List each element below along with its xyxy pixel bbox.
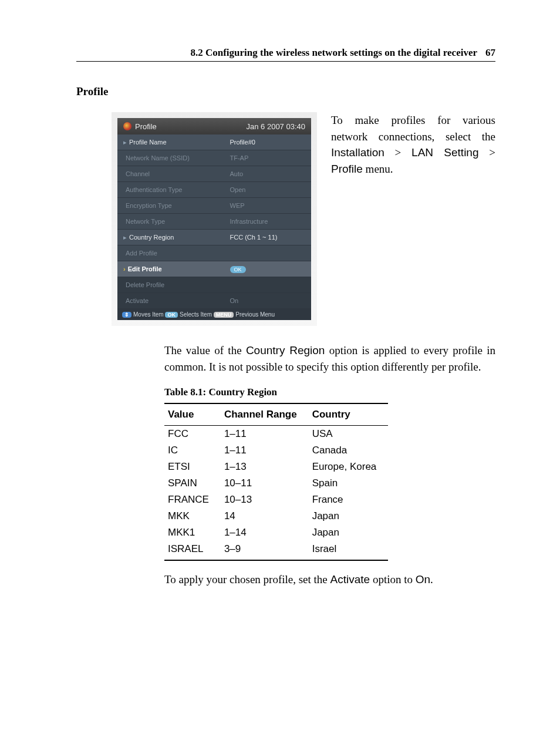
row-label: Edit Profile [128,265,162,272]
table-cell: Europe, Korea [309,459,389,475]
table-cell: 1–11 [221,442,309,459]
screenshot-clock: Jan 6 2007 03:40 [247,122,305,131]
table-cell: SPAIN [164,475,221,492]
table-cell: 14 [221,508,309,524]
table-row: FRANCE10–13France [164,492,388,508]
table-caption: Table 8.1: Country Region [164,386,495,398]
row-label: Network Type [126,218,165,225]
table-row: MKK11–14Japan [164,524,388,541]
table-cell: ETSI [164,459,221,475]
ok-badge-icon: OK [165,312,178,318]
app-logo-icon [123,122,131,130]
p2a: To apply your chosen profile, set the [164,573,330,586]
profile-menu-row: ActivateOn [117,293,311,309]
p1a: The value of the [164,344,246,356]
gt2: > [479,146,495,159]
profile-menu-row: Authentication TypeOpen [117,182,311,198]
ok-pill: OK [230,266,246,273]
help-previous: Previous Menu [235,311,275,318]
p2d: On [416,573,430,586]
profile-menu-row: Add Profile [117,245,311,261]
menu-path-3: Profile [331,163,363,175]
figure-row: Profile Jan 6 2007 03:40 ▸Profile NamePr… [112,112,495,326]
row-label: Encryption Type [126,202,172,209]
page: 8.2 Configuring the wireless network set… [0,0,560,747]
menu-path-1: Installation [331,146,384,159]
row-arrow-icon: › [123,265,126,272]
header-section: 8.2 Configuring the wireless network set… [190,47,477,58]
row-label: Add Profile [126,250,157,257]
table-cell: FRANCE [164,492,221,508]
row-value: WEP [224,198,312,214]
profile-menu-row: ▸Profile NameProfile#0 [117,134,311,150]
p2c: option to [370,573,416,586]
table-cell: USA [309,426,389,443]
profile-menu-row: ▸Country RegionFCC (Ch 1 ~ 11) [117,230,311,245]
row-arrow-icon: ▸ [123,139,127,146]
table-cell: 3–9 [221,541,309,560]
row-value: Auto [224,166,312,182]
paragraph-country-region: The value of the Country Region option i… [164,342,495,375]
paragraph-activate: To apply your chosen profile, set the Ac… [164,571,495,588]
row-label: Authentication Type [126,186,182,193]
table-cell: IC [164,442,221,459]
screenshot-titlebar: Profile Jan 6 2007 03:40 [117,118,311,134]
row-label: Channel [126,170,150,177]
menu-badge-icon: MENU [214,312,234,318]
table-cell: France [309,492,389,508]
row-value: Infrastructure [224,214,312,230]
table-row: SPAIN10–11Spain [164,475,388,492]
screenshot-title: Profile [135,122,157,131]
row-value [224,277,312,293]
row-value: On [224,293,312,309]
side-paragraph: To make profiles for various network con… [331,112,495,177]
country-region-table: Value Channel Range Country FCC1–11USAIC… [164,403,388,561]
section-heading: Profile [76,85,495,98]
table-cell: Japan [309,524,389,541]
row-label: Delete Profile [126,281,164,288]
profile-menu-row: Network Name (SSID)TF-AP [117,150,311,166]
row-label: Network Name (SSID) [126,154,190,161]
row-value: TF-AP [224,150,312,166]
row-label: Activate [126,297,149,304]
table-cell: 10–13 [221,492,309,508]
profile-menu-row: ›Edit ProfileOK [117,261,311,277]
table-cell: Japan [309,508,389,524]
profile-menu-row: ChannelAuto [117,166,311,182]
table-row: FCC1–11USA [164,426,388,443]
profile-screenshot: Profile Jan 6 2007 03:40 ▸Profile NamePr… [112,112,317,326]
table-cell: FCC [164,426,221,443]
profile-menu-row: Network TypeInfrastructure [117,214,311,230]
table-cell: 10–11 [221,475,309,492]
gt1: > [384,146,411,159]
th-range: Channel Range [221,403,309,426]
row-value [224,245,312,261]
profile-menu-table: ▸Profile NameProfile#0Network Name (SSID… [117,134,311,309]
p2b: Activate [330,573,370,586]
table-cell: ISRAEL [164,541,221,560]
screenshot-helpbar: ⇕Moves Item OKSelects Item MENUPrevious … [117,309,311,320]
table-row: ISRAEL3–9Israel [164,541,388,560]
table-cell: 1–13 [221,459,309,475]
running-header: 8.2 Configuring the wireless network set… [76,47,495,62]
arrows-icon: ⇕ [122,312,131,318]
table-row: IC1–11Canada [164,442,388,459]
table-cell: 1–14 [221,524,309,541]
table-row: MKK14Japan [164,508,388,524]
table-cell: MKK [164,508,221,524]
help-selects: Selects Item [180,311,212,318]
row-label: Profile Name [129,139,167,146]
row-value: FCC (Ch 1 ~ 11) [224,230,312,245]
th-country: Country [309,403,389,426]
p1b: Country Region [246,344,325,356]
row-value: OK [224,261,312,277]
table-cell: Spain [309,475,389,492]
side-text-pre: To make profiles for various network con… [331,114,495,143]
table-cell: 1–11 [221,426,309,443]
p2e: . [430,573,433,586]
row-value: Open [224,182,312,198]
row-label: Country Region [129,234,174,241]
help-moves: Moves Item [133,311,164,318]
profile-menu-row: Delete Profile [117,277,311,293]
table-row: ETSI1–13Europe, Korea [164,459,388,475]
